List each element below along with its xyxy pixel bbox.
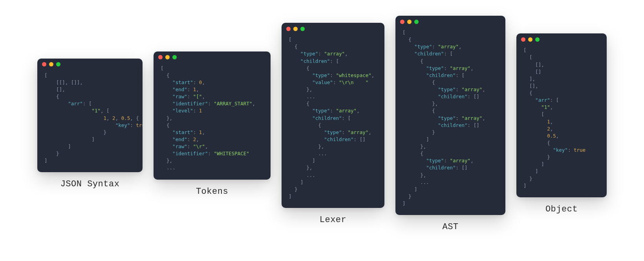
code-window: [ { "type": "array", "children": [ { "ty… <box>282 23 384 208</box>
close-icon[interactable] <box>286 27 291 31</box>
stage-label: Tokens <box>196 187 228 197</box>
diagram-stage: [ [[], []], [], { "arr": [ "1", [ 1, 2, … <box>0 0 644 248</box>
stage-json-syntax: [ [[], []], [], { "arr": [ "1", [ 1, 2, … <box>37 59 143 189</box>
stage-lexer: [ { "type": "array", "children": [ { "ty… <box>282 23 384 225</box>
minimize-icon[interactable] <box>407 20 412 24</box>
stage-label: JSON Syntax <box>60 179 120 189</box>
code-block: [ { "type": "array", "children": [ { "ty… <box>395 28 505 210</box>
close-icon[interactable] <box>158 55 163 59</box>
minimize-icon[interactable] <box>165 55 170 59</box>
window-titlebar <box>395 16 505 28</box>
stage-label: Lexer <box>320 215 347 225</box>
maximize-icon[interactable] <box>535 37 540 42</box>
code-window: [ [ [], [] ], [], { "arr": [ "1", [ 1, 2… <box>516 33 607 197</box>
code-block: [ [ [], [] ], [], { "arr": [ "1", [ 1, 2… <box>516 45 607 192</box>
maximize-icon[interactable] <box>414 20 419 24</box>
maximize-icon[interactable] <box>172 55 177 59</box>
minimize-icon[interactable] <box>528 37 532 42</box>
window-titlebar <box>282 23 384 35</box>
code-block: [ { "start": 0, "end": 1, "raw": "[", "i… <box>154 63 271 174</box>
window-titlebar <box>516 33 607 45</box>
code-window: [ [[], []], [], { "arr": [ "1", [ 1, 2, … <box>37 59 143 173</box>
code-block: [ [[], []], [], { "arr": [ "1", [ 1, 2, … <box>37 70 143 167</box>
stage-label: AST <box>442 222 458 232</box>
maximize-icon[interactable] <box>300 27 305 31</box>
window-titlebar <box>154 51 271 63</box>
stage-label: Object <box>545 204 578 214</box>
stage-tokens: [ { "start": 0, "end": 1, "raw": "[", "i… <box>154 51 271 197</box>
stage-ast: [ { "type": "array", "children": [ { "ty… <box>395 16 505 232</box>
maximize-icon[interactable] <box>56 62 60 66</box>
close-icon[interactable] <box>521 37 525 42</box>
minimize-icon[interactable] <box>293 27 298 31</box>
stage-object: [ [ [], [] ], [], { "arr": [ "1", [ 1, 2… <box>516 33 607 214</box>
code-window: [ { "type": "array", "children": [ { "ty… <box>395 16 505 215</box>
code-block: [ { "type": "array", "children": [ { "ty… <box>282 35 384 202</box>
close-icon[interactable] <box>400 20 404 24</box>
window-titlebar <box>37 59 143 70</box>
minimize-icon[interactable] <box>49 62 53 66</box>
close-icon[interactable] <box>42 62 46 66</box>
code-window: [ { "start": 0, "end": 1, "raw": "[", "i… <box>154 51 271 180</box>
